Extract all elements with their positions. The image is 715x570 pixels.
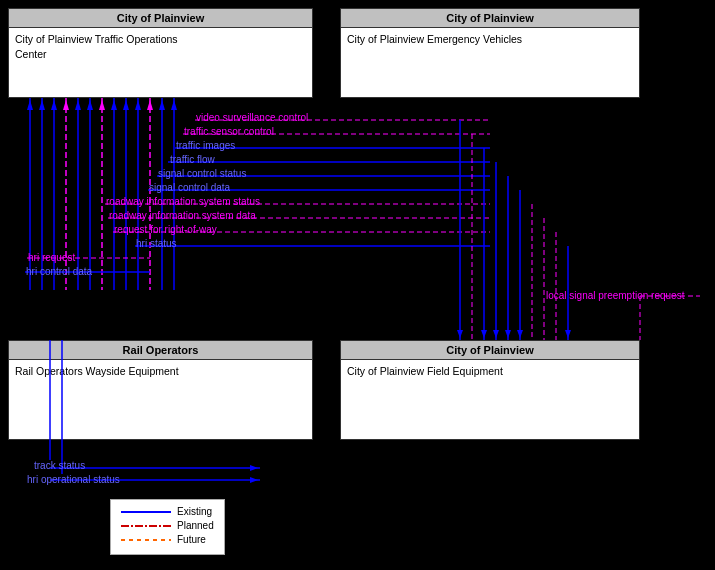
box-rail-content: Rail Operators Wayside Equipment (9, 360, 312, 383)
svg-marker-17 (75, 100, 81, 110)
legend-planned-label: Planned (177, 520, 214, 531)
box-ev: City of Plainview City of Plainview Emer… (340, 8, 640, 98)
svg-marker-20 (111, 100, 117, 110)
svg-marker-22 (135, 100, 141, 110)
label-traffic-sensor: traffic sensor control (184, 126, 274, 137)
diagram-container: City of Plainview City of Plainview Traf… (0, 0, 715, 570)
box-field-content: City of Plainview Field Equipment (341, 360, 639, 383)
box-field-header: City of Plainview (341, 341, 639, 360)
svg-marker-59 (250, 477, 258, 483)
svg-marker-49 (505, 330, 511, 338)
label-hri-status: hri status (136, 238, 177, 249)
box-ev-header: City of Plainview (341, 9, 639, 28)
label-hri-operational-status: hri operational status (27, 474, 120, 485)
box-toc: City of Plainview City of Plainview Traf… (8, 8, 313, 98)
svg-marker-48 (493, 330, 499, 338)
legend-existing-label: Existing (177, 506, 212, 517)
label-hri-request: hri request (28, 252, 75, 263)
box-rail-header: Rail Operators (9, 341, 312, 360)
legend-planned: Planned (121, 520, 214, 531)
box-toc-content: City of Plainview Traffic OperationsCent… (9, 28, 312, 65)
label-signal-control-data: signal control data (149, 182, 230, 193)
box-toc-header: City of Plainview (9, 9, 312, 28)
box-field: City of Plainview City of Plainview Fiel… (340, 340, 640, 440)
box-ev-content: City of Plainview Emergency Vehicles (341, 28, 639, 51)
svg-marker-14 (39, 100, 45, 110)
svg-marker-13 (27, 100, 33, 110)
label-right-of-way: request for right-of-way (114, 224, 217, 235)
svg-marker-18 (87, 100, 93, 110)
label-track-status: track status (34, 460, 85, 471)
svg-marker-58 (250, 465, 258, 471)
svg-marker-51 (565, 330, 571, 338)
svg-marker-47 (481, 330, 487, 338)
svg-marker-21 (123, 100, 129, 110)
svg-marker-19 (99, 100, 105, 110)
svg-marker-25 (171, 100, 177, 110)
label-hri-control-data: hri control data (26, 266, 92, 277)
label-traffic-images: traffic images (176, 140, 235, 151)
label-traffic-flow: traffic flow (170, 154, 215, 165)
svg-marker-24 (159, 100, 165, 110)
legend-existing-line (121, 508, 171, 516)
legend-future-line (121, 536, 171, 544)
svg-marker-23 (147, 100, 153, 110)
svg-marker-46 (457, 330, 463, 338)
label-roadway-system-status: roadway information system status (106, 196, 260, 207)
label-roadway-system-data: roadway information system data (109, 210, 256, 221)
svg-marker-15 (51, 100, 57, 110)
svg-marker-16 (63, 100, 69, 110)
legend: Existing Planned Future (110, 499, 225, 555)
box-rail: Rail Operators Rail Operators Wayside Eq… (8, 340, 313, 440)
label-video-surveillance: video surveillance control (196, 112, 308, 123)
legend-planned-line (121, 522, 171, 530)
label-local-signal-preemption: local signal preemption request (546, 290, 684, 301)
legend-future: Future (121, 534, 214, 545)
legend-existing: Existing (121, 506, 214, 517)
label-signal-control-status: signal control status (158, 168, 246, 179)
legend-future-label: Future (177, 534, 206, 545)
svg-marker-50 (517, 330, 523, 338)
